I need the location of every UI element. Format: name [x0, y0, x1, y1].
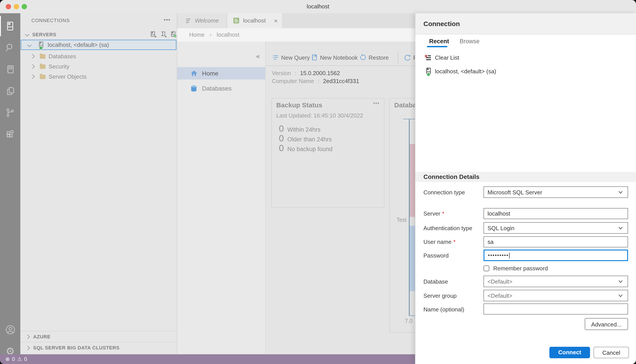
chevron-right-icon [30, 54, 35, 58]
big-data-clusters-section-header[interactable]: SQL SERVER BIG DATA CLUSTERS [20, 342, 177, 353]
server-group-select[interactable]: <Default> [483, 290, 628, 301]
new-server-group-button[interactable] [160, 31, 167, 38]
search-activity-button[interactable] [0, 38, 20, 58]
chart-bottom-tick [409, 316, 415, 316]
app-window: localhost ⚙ CONNECTIONS ••• [0, 0, 636, 364]
user-name-input[interactable]: sa [483, 236, 628, 248]
new-query-button[interactable]: New Query [272, 50, 310, 66]
tree-item-databases[interactable]: Databases [20, 51, 177, 62]
tab-localhost[interactable]: localhost × [227, 13, 282, 28]
name-input[interactable] [483, 304, 628, 314]
search-icon [5, 42, 16, 53]
tab-welcome[interactable]: Welcome [179, 13, 227, 28]
connections-activity-button[interactable] [0, 16, 20, 36]
account-icon [5, 324, 16, 335]
cancel-button[interactable]: Cancel [593, 347, 629, 358]
chevron-down-icon [618, 294, 623, 298]
nav-item-home[interactable]: Home [177, 67, 265, 80]
database-select[interactable]: <Default> [483, 276, 628, 287]
text-caret [509, 252, 510, 258]
warning-count[interactable]: 0 [24, 356, 27, 362]
backup-stat-row: 0No backup found [279, 143, 332, 153]
widget-title: Backup Status [276, 101, 322, 109]
clear-list-button[interactable]: Clear List [415, 52, 636, 63]
breadcrumb-home[interactable]: Home [189, 31, 204, 38]
required-asterisk: * [442, 210, 444, 217]
refresh-button[interactable]: R [403, 50, 415, 66]
new-notebook-button[interactable]: New Notebook [311, 50, 358, 66]
chart-bar-pink [410, 144, 415, 217]
servers-section-header[interactable]: SERVERS [20, 29, 177, 40]
active-connections-toggle[interactable] [170, 31, 177, 38]
connection-type-select[interactable]: Microsoft SQL Server [483, 186, 628, 198]
restore-button[interactable]: Restore [359, 50, 389, 66]
notebooks-activity-button[interactable] [0, 59, 20, 80]
tree-item-localhost-server[interactable]: localhost, <default> (sa) [21, 40, 176, 50]
close-tab-icon[interactable]: × [274, 17, 278, 24]
errors-icon[interactable]: ⊗ [5, 356, 10, 362]
extensions-activity-button[interactable] [0, 124, 20, 144]
refresh-icon [403, 54, 411, 61]
account-button[interactable] [0, 320, 20, 340]
status-bar: ⊗ 0 ⚠ 0 [0, 354, 415, 364]
new-query-icon [272, 54, 279, 61]
chevron-right-icon [30, 74, 35, 79]
last-updated-label: Last Updated: 16:45:10 30/4/2022 [276, 112, 363, 119]
chart-axis-tick-label: 7.0 [405, 318, 413, 324]
warnings-icon[interactable]: ⚠ [17, 356, 22, 362]
folder-icon [40, 54, 46, 59]
chevron-right-icon [26, 346, 30, 350]
tab-recent[interactable]: Recent [429, 38, 449, 44]
window-title: localhost [0, 0, 636, 13]
collapse-nav-icon[interactable]: « [256, 52, 260, 60]
source-control-activity-button[interactable] [0, 102, 20, 123]
chevron-down-icon [25, 32, 30, 36]
clear-list-icon [424, 54, 431, 62]
chart-y-axis [409, 119, 409, 316]
backup-stat-row: 0Within 24hrs [279, 124, 320, 134]
connected-dot [39, 46, 43, 50]
backup-status-widget: Backup Status ••• Last Updated: 16:45:10… [271, 98, 384, 208]
server-input[interactable]: localhost [483, 208, 628, 219]
authentication-type-select[interactable]: SQL Login [483, 222, 628, 234]
dashboard-nav: « Home Databases [177, 42, 266, 354]
computer-name-row: Computer Name : 2ed31cc4f331 [272, 77, 359, 85]
chart-category-label: Test [390, 217, 407, 223]
pages-icon [5, 86, 16, 96]
folder-icon [40, 75, 46, 79]
breadcrumb-separator: › [210, 31, 212, 38]
connect-button[interactable]: Connect [549, 347, 590, 358]
remember-password-checkbox[interactable] [483, 266, 489, 271]
password-input[interactable]: ••••••••• [483, 250, 628, 261]
recent-connection-item[interactable]: localhost, <default> (sa) [415, 66, 636, 77]
details-heading: Connection Details [423, 173, 479, 180]
error-count[interactable]: 0 [12, 356, 15, 362]
chevron-right-icon [26, 334, 30, 339]
new-connection-button[interactable] [150, 31, 157, 38]
advanced-button[interactable]: Advanced... [585, 318, 628, 330]
breadcrumb-localhost[interactable]: localhost [217, 31, 240, 38]
explorer-activity-button[interactable] [0, 81, 20, 101]
chevron-down-icon [618, 280, 623, 284]
welcome-tab-icon [186, 18, 191, 24]
toolbar-separator [398, 52, 398, 63]
widget-menu-icon[interactable]: ••• [373, 100, 380, 106]
activity-bar: ⚙ [0, 13, 20, 354]
tab-browse[interactable]: Browse [460, 38, 479, 44]
notebook-icon [5, 64, 16, 75]
dashboard-toolbar: New Query New Notebook Restore R [266, 50, 415, 66]
titlebar: localhost [0, 0, 636, 14]
azure-section-header[interactable]: AZURE [20, 331, 177, 342]
panel-header-band: Connection [415, 13, 636, 34]
tree-item-server-objects[interactable]: Server Objects [20, 72, 177, 82]
tree-item-security[interactable]: Security [20, 62, 177, 72]
widget-title: Databas [394, 101, 415, 109]
home-icon [191, 70, 198, 77]
more-actions-icon[interactable]: ••• [164, 17, 171, 23]
dashboard-main: New Query New Notebook Restore R [266, 42, 415, 354]
nav-item-databases[interactable]: Databases [177, 82, 265, 94]
chart-bar-blue [410, 226, 415, 291]
backup-stat-row: 0Older than 24hrs [279, 134, 332, 143]
server-version-row: Version : 15.0.2000.1562 [272, 69, 340, 77]
new-notebook-icon [311, 54, 318, 61]
